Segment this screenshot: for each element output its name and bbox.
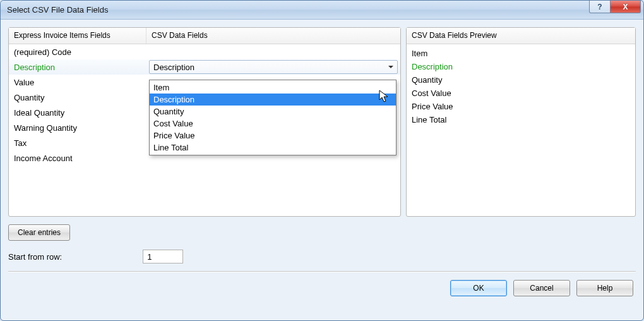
below-panels: Clear entries Start from row: xyxy=(8,224,636,263)
combobox-value: Description xyxy=(153,63,194,72)
preview-item: Line Total xyxy=(412,113,630,126)
express-field-label: Warning Quantity xyxy=(9,123,146,133)
chevron-down-icon xyxy=(388,66,393,68)
dropdown-option[interactable]: Price Value xyxy=(150,130,396,142)
preview-list: ItemDescriptionQuantityCost ValuePrice V… xyxy=(407,44,635,129)
window-title: Select CSV File Data Fields xyxy=(7,5,108,15)
mapping-body: (required) CodeDescriptionDescriptionVal… xyxy=(9,44,400,216)
ok-button[interactable]: OK xyxy=(450,280,507,296)
preview-panel: CSV Data Fields Preview ItemDescriptionQ… xyxy=(406,27,636,217)
panels-row: Express Invoice Items Fields CSV Data Fi… xyxy=(8,27,636,217)
express-field-label: Description xyxy=(9,63,146,72)
express-fields-header: Express Invoice Items Fields xyxy=(9,28,146,44)
dialog-footer: OK Cancel Help xyxy=(8,272,636,296)
clear-entries-button[interactable]: Clear entries xyxy=(8,224,70,241)
mapping-panel-header: Express Invoice Items Fields CSV Data Fi… xyxy=(9,28,400,44)
mapping-row[interactable]: (required) Code xyxy=(9,44,400,59)
titlebar-controls: ? X xyxy=(589,1,641,13)
dropdown-option[interactable]: Quantity xyxy=(150,106,396,118)
express-field-label: Income Account xyxy=(9,154,146,163)
express-field-label: Quantity xyxy=(9,93,146,102)
dropdown-option[interactable]: Item xyxy=(150,82,396,94)
client-area: Express Invoice Items Fields CSV Data Fi… xyxy=(1,20,643,320)
cancel-button[interactable]: Cancel xyxy=(513,280,570,296)
express-field-label: Tax xyxy=(9,138,146,148)
preview-panel-header: CSV Data Fields Preview xyxy=(407,28,635,44)
preview-item: Item xyxy=(412,47,630,60)
preview-item: Cost Value xyxy=(412,87,630,100)
dropdown-option[interactable]: Cost Value xyxy=(150,118,396,130)
titlebar: Select CSV File Data Fields ? X xyxy=(1,1,643,20)
preview-item: Quantity xyxy=(412,73,630,87)
dropdown-option[interactable]: Description xyxy=(150,94,396,106)
express-field-label: (required) Code xyxy=(9,47,146,57)
csv-fields-header: CSV Data Fields xyxy=(146,28,400,44)
mapping-panel: Express Invoice Items Fields CSV Data Fi… xyxy=(8,27,401,217)
csv-field-dropdown[interactable]: ItemDescriptionQuantityCost ValuePrice V… xyxy=(149,80,397,155)
close-icon[interactable]: X xyxy=(611,1,641,13)
dialog-window: Select CSV File Data Fields ? X Express … xyxy=(0,0,644,321)
mapping-row[interactable]: DescriptionDescription xyxy=(9,59,400,75)
help-button[interactable]: Help xyxy=(576,280,633,296)
help-icon[interactable]: ? xyxy=(589,1,611,13)
preview-header: CSV Data Fields Preview xyxy=(407,28,635,44)
csv-field-combobox[interactable]: Description xyxy=(149,60,398,74)
express-field-label: Ideal Quantity xyxy=(9,108,146,118)
start-row-input[interactable] xyxy=(143,250,183,263)
csv-field-cell[interactable]: Description xyxy=(146,60,400,74)
start-row-group: Start from row: xyxy=(8,250,636,263)
preview-item: Description xyxy=(412,60,630,73)
start-row-label: Start from row: xyxy=(8,252,62,262)
express-field-label: Value xyxy=(9,78,146,87)
preview-item: Price Value xyxy=(412,100,630,113)
dropdown-option[interactable]: Line Total xyxy=(150,142,396,154)
